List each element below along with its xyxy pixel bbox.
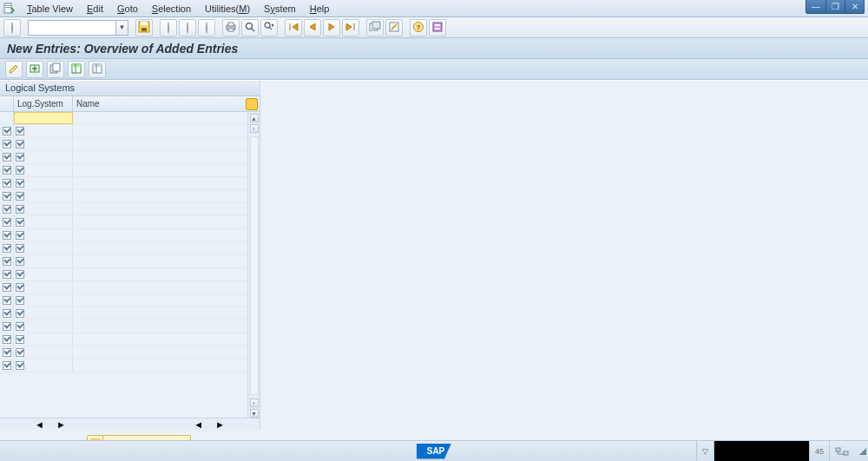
cell-log-system[interactable]: [14, 216, 73, 228]
scroll-up-icon[interactable]: ▲: [250, 114, 259, 122]
cell-log-system[interactable]: [14, 138, 73, 150]
cell-log-system[interactable]: [14, 151, 73, 163]
cell-name[interactable]: [73, 203, 247, 215]
cell-name[interactable]: [73, 177, 247, 189]
row-selector[interactable]: [0, 125, 14, 137]
cell-name[interactable]: [73, 112, 247, 124]
okcode-dropdown-icon[interactable]: ▼: [116, 20, 128, 36]
help-button[interactable]: ?: [410, 19, 427, 36]
cell-log-system[interactable]: [14, 177, 73, 189]
last-page-button[interactable]: [342, 19, 359, 36]
cell-log-system[interactable]: [14, 359, 73, 372]
table-row[interactable]: [0, 333, 247, 346]
cell-name[interactable]: [73, 268, 247, 280]
cell-log-system[interactable]: [14, 125, 73, 137]
window-close-icon[interactable]: ✕: [845, 0, 864, 13]
row-selector[interactable]: [0, 255, 14, 267]
row-selector[interactable]: [0, 112, 14, 124]
row-selector[interactable]: [0, 320, 14, 333]
cell-log-system[interactable]: [14, 320, 73, 333]
table-row[interactable]: [0, 177, 247, 190]
table-row[interactable]: [0, 125, 247, 138]
cell-name[interactable]: [73, 151, 247, 163]
resize-grip-icon[interactable]: [859, 448, 866, 455]
row-selector[interactable]: [0, 346, 14, 359]
window-minimize-icon[interactable]: ―: [806, 0, 825, 13]
status-network-icon[interactable]: [829, 441, 854, 461]
enter-button[interactable]: [3, 19, 21, 36]
row-selector[interactable]: [0, 359, 14, 372]
row-selector[interactable]: [0, 229, 14, 241]
row-selector[interactable]: [0, 333, 14, 346]
menu-help[interactable]: Help: [303, 2, 337, 16]
menu-goto[interactable]: Goto: [110, 2, 145, 16]
table-row[interactable]: [0, 229, 247, 242]
menu-doc-icon[interactable]: [3, 3, 15, 15]
row-selector[interactable]: [0, 138, 14, 150]
table-row[interactable]: [0, 268, 247, 281]
column-name[interactable]: Name: [73, 99, 100, 109]
status-dropdown-icon[interactable]: ▽: [696, 441, 713, 461]
shortcut-button[interactable]: [385, 19, 403, 36]
scroll-line-up-icon[interactable]: ‹: [250, 124, 259, 133]
cell-log-system[interactable]: [14, 164, 73, 176]
find-next-button[interactable]: [260, 19, 278, 36]
cell-log-system[interactable]: [14, 229, 73, 241]
cell-name[interactable]: [73, 359, 247, 372]
cell-name[interactable]: [73, 138, 247, 150]
cancel-button[interactable]: [198, 19, 215, 36]
table-row[interactable]: [0, 294, 247, 307]
row-selector[interactable]: [0, 190, 14, 202]
save-button[interactable]: [135, 19, 153, 36]
cell-name[interactable]: [73, 333, 247, 346]
horizontal-scrollbar[interactable]: ◄ ► ◄ ►: [0, 418, 260, 430]
cell-name[interactable]: [73, 281, 247, 293]
cell-log-system[interactable]: [14, 307, 73, 319]
table-row[interactable]: [0, 164, 247, 177]
cell-name[interactable]: [73, 320, 247, 333]
next-page-button[interactable]: [323, 19, 340, 36]
cell-log-system[interactable]: [14, 112, 73, 124]
app-copy-button[interactable]: [47, 61, 64, 78]
table-row[interactable]: [0, 112, 247, 125]
table-row[interactable]: [0, 281, 247, 294]
app-change-button[interactable]: [5, 61, 23, 78]
cell-log-system[interactable]: [14, 346, 73, 359]
row-selector[interactable]: [0, 177, 14, 189]
scroll-line-down-icon[interactable]: ›: [250, 398, 259, 407]
menu-system[interactable]: System: [257, 2, 303, 16]
cell-log-system[interactable]: [14, 203, 73, 215]
app-select-all-button[interactable]: [68, 61, 85, 78]
grid-config-icon[interactable]: [246, 98, 258, 110]
local-layout-button[interactable]: [429, 19, 446, 36]
cell-log-system[interactable]: [14, 281, 73, 293]
table-row[interactable]: [0, 242, 247, 255]
table-row[interactable]: [0, 138, 247, 151]
scroll-down-icon[interactable]: ▼: [250, 409, 259, 418]
okcode-input[interactable]: [28, 20, 116, 36]
menu-edit[interactable]: Edit: [80, 2, 110, 16]
first-page-button[interactable]: [285, 19, 302, 36]
table-row[interactable]: [0, 151, 247, 164]
cell-log-system[interactable]: [14, 242, 73, 254]
row-selector[interactable]: [0, 294, 14, 306]
table-row[interactable]: [0, 190, 247, 203]
table-row[interactable]: [0, 320, 247, 333]
row-selector[interactable]: [0, 268, 14, 280]
cell-name[interactable]: [73, 294, 247, 306]
grid-select-all-column[interactable]: [0, 96, 14, 111]
exit-button[interactable]: [179, 19, 196, 36]
cell-name[interactable]: [73, 229, 247, 241]
print-button[interactable]: [222, 19, 240, 36]
hscroll-right2-icon[interactable]: ►: [215, 419, 225, 430]
window-restore-icon[interactable]: ❐: [825, 0, 845, 13]
row-selector[interactable]: [0, 281, 14, 293]
cell-log-system[interactable]: [14, 333, 73, 346]
row-selector[interactable]: [0, 216, 14, 228]
table-row[interactable]: [0, 255, 247, 268]
cell-name[interactable]: [73, 190, 247, 202]
cell-name[interactable]: [73, 242, 247, 254]
table-row[interactable]: [0, 346, 247, 359]
app-deselect-all-button[interactable]: [89, 61, 106, 78]
back-button[interactable]: [160, 19, 177, 36]
